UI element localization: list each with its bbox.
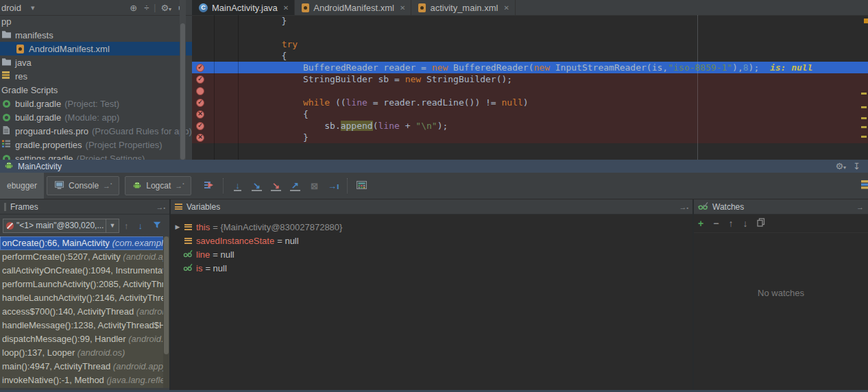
breakpoint-icon[interactable] xyxy=(196,87,204,95)
tree-item-proguard-rules-pro[interactable]: proguard-rules.pro(ProGuard Rules for ap… xyxy=(0,124,192,138)
editor-gutter[interactable] xyxy=(192,50,239,62)
editor-tab-mainactivity-java[interactable]: CMainActivity.java✕ xyxy=(192,0,295,15)
breakpoint-verified-icon[interactable]: ✓ xyxy=(196,75,204,84)
move-watch-up-button[interactable]: ↑ xyxy=(728,218,733,229)
tree-item-gradle-scripts[interactable]: Gradle Scripts xyxy=(0,83,192,97)
code-editor[interactable]: } try {✓ BufferedReader reader = new Buf… xyxy=(192,15,868,160)
evaluate-expression-button[interactable] xyxy=(354,178,369,193)
frame-up-button[interactable]: ↑ xyxy=(124,221,129,231)
stack-frame-row[interactable]: invokeNative():-1, Method (java.lang.ref… xyxy=(0,373,169,387)
step-into-button[interactable]: ↘ xyxy=(249,178,264,193)
frames-toolbar: "<1> main"@830,020,... ▼ ↑ ↓ xyxy=(0,215,169,236)
warning-stripe-marker[interactable] xyxy=(861,93,867,95)
stack-frame-row[interactable]: handleMessage():1238, ActivityThread$H (… xyxy=(0,319,169,332)
tree-item-manifests[interactable]: manifests xyxy=(0,28,192,42)
float-window-icon[interactable]: → xyxy=(856,203,864,211)
error-stripe-summary[interactable] xyxy=(864,19,868,23)
tree-item-pp[interactable]: pp xyxy=(0,14,192,28)
threads-view-icon[interactable] xyxy=(858,178,868,193)
frames-panel: Frames →▪ "<1> main"@830,020,... ▼ ↑ ↓ o… xyxy=(0,199,171,390)
stack-frame-row[interactable]: loop():137, Looper (android.os) xyxy=(0,346,169,360)
stack-frame-row[interactable]: callActivityOnCreate():1094, Instrumenta… xyxy=(0,264,169,278)
variable-name: is xyxy=(196,263,202,273)
stack-frame-row[interactable]: main():4947, ActivityThread (android.app… xyxy=(0,360,169,373)
editor-gutter[interactable]: ✓ xyxy=(192,120,239,132)
tree-item-build-gradle[interactable]: build.gradle(Module: app) xyxy=(0,110,192,124)
move-watch-down-button[interactable]: ↓ xyxy=(743,218,747,229)
settings-gear-icon[interactable]: ⚙▾ xyxy=(835,161,846,171)
stack-frame-row[interactable]: access$700():140, ActivityThread (androi… xyxy=(0,305,169,319)
editor-gutter[interactable]: ✕ xyxy=(192,132,239,143)
editor-gutter[interactable] xyxy=(192,85,239,97)
frame-down-button[interactable]: ↓ xyxy=(138,221,143,231)
variable-row-is[interactable]: is= null xyxy=(171,261,692,275)
android-icon xyxy=(132,180,142,192)
editor-gutter[interactable]: ✕ xyxy=(192,108,239,120)
tree-item-androidmanifest-xml[interactable]: AndroidManifest.xml xyxy=(0,42,192,56)
breakpoint-invalid-icon[interactable]: ✕ xyxy=(196,110,204,119)
close-icon[interactable]: ✕ xyxy=(283,4,289,12)
run-to-cursor-button[interactable]: →ı xyxy=(326,178,341,193)
float-window-icon[interactable]: →▪ xyxy=(156,203,165,211)
variable-row-line[interactable]: line= null xyxy=(171,247,692,261)
close-icon[interactable]: ✕ xyxy=(400,4,405,12)
stack-frame-row[interactable]: dispatchMessage():99, Handler (android.o… xyxy=(0,332,169,346)
variable-row-this[interactable]: ▶this= {MainActivity@830027872880} xyxy=(171,220,692,234)
thread-selector-dropdown[interactable]: "<1> main"@830,020,... ▼ xyxy=(3,219,119,233)
warning-stripe-marker[interactable] xyxy=(861,106,867,108)
editor-tab-androidmanifest-xml[interactable]: AndroidManifest.xml✕ xyxy=(295,0,411,15)
warning-stripe-marker[interactable] xyxy=(861,136,867,138)
float-window-icon[interactable]: →▪ xyxy=(679,203,688,211)
tree-item-res[interactable]: res xyxy=(0,69,192,83)
code-segment: = reader.readLine()) != xyxy=(367,97,502,108)
editor-gutter[interactable]: ✓ xyxy=(192,62,239,73)
breakpoint-verified-icon[interactable]: ✓ xyxy=(196,122,204,130)
stack-frame-row[interactable]: performLaunchActivity():2085, ActivityTh… xyxy=(0,278,169,291)
stack-frame-row[interactable]: onCreate():66, MainActivity (com.example… xyxy=(0,236,169,250)
toolbar-separator xyxy=(223,178,224,193)
hide-down-icon[interactable]: ↧ xyxy=(853,161,860,171)
tree-item-java[interactable]: java xyxy=(0,56,192,69)
tool-tab-console[interactable]: Console→▪ xyxy=(47,176,119,195)
collapse-all-icon[interactable]: ÷ xyxy=(144,3,149,13)
tree-item-gradle-properties[interactable]: gradle.properties(Project Properties) xyxy=(0,138,192,151)
breakpoint-verified-icon[interactable]: ✓ xyxy=(196,64,204,72)
warning-stripe-marker[interactable] xyxy=(861,117,867,119)
editor-gutter[interactable] xyxy=(192,27,239,38)
stack-frame-row[interactable]: performCreate():5207, Activity (android.… xyxy=(0,250,169,264)
tree-item-settings-gradle[interactable]: settings.gradle(Project Settings) xyxy=(0,151,192,160)
close-icon[interactable]: ✕ xyxy=(503,4,509,12)
editor-tab-activity-main-xml[interactable]: activity_main.xml✕ xyxy=(411,0,515,15)
project-tree-scrollbar[interactable] xyxy=(180,0,186,160)
add-watch-button[interactable]: + xyxy=(698,218,703,229)
gradle-icon xyxy=(1,112,12,123)
locate-icon[interactable]: ⊕ xyxy=(130,3,137,13)
settings-gear-icon[interactable]: ⚙▾ xyxy=(160,3,171,13)
editor-gutter[interactable]: ✓ xyxy=(192,97,239,108)
expand-arrow-icon[interactable]: ▶ xyxy=(173,223,182,230)
editor-gutter[interactable]: ✓ xyxy=(192,73,239,85)
filter-frames-button[interactable] xyxy=(152,220,162,232)
duplicate-watch-button[interactable] xyxy=(757,218,765,229)
breakpoint-verified-icon[interactable]: ✓ xyxy=(196,99,204,107)
project-view-selector[interactable]: droid ▾ xyxy=(1,3,34,13)
frames-scrollbar[interactable] xyxy=(163,236,169,388)
force-step-into-button[interactable]: ↘ xyxy=(268,178,283,193)
show-execution-point-button[interactable] xyxy=(202,178,217,193)
code-segment: BufferedReader( xyxy=(448,62,533,73)
variable-row-savedInstanceState[interactable]: savedInstanceState= null xyxy=(171,234,692,247)
warning-stripe-marker[interactable] xyxy=(861,126,867,128)
tool-tab-ebugger[interactable]: ebugger xyxy=(0,173,44,199)
drop-frame-button[interactable]: ⊠ xyxy=(306,178,322,193)
breakpoint-invalid-icon[interactable]: ✕ xyxy=(196,134,204,142)
remove-watch-button[interactable]: − xyxy=(713,218,719,229)
editor-gutter[interactable] xyxy=(192,38,239,50)
editor-gutter[interactable] xyxy=(192,15,239,27)
editor-gutter[interactable] xyxy=(192,143,239,155)
variables-panel: Variables →▪ ▶this= {MainActivity@830027… xyxy=(171,199,694,390)
tree-item-build-gradle[interactable]: build.gradle(Project: Test) xyxy=(0,97,192,110)
step-over-button[interactable]: ↓ xyxy=(230,178,245,193)
stack-frame-row[interactable]: handleLaunchActivity():2146, ActivityThr… xyxy=(0,291,169,305)
tool-tab-logcat[interactable]: Logcat→▪ xyxy=(125,176,191,195)
step-out-button[interactable]: ↗ xyxy=(287,178,302,193)
